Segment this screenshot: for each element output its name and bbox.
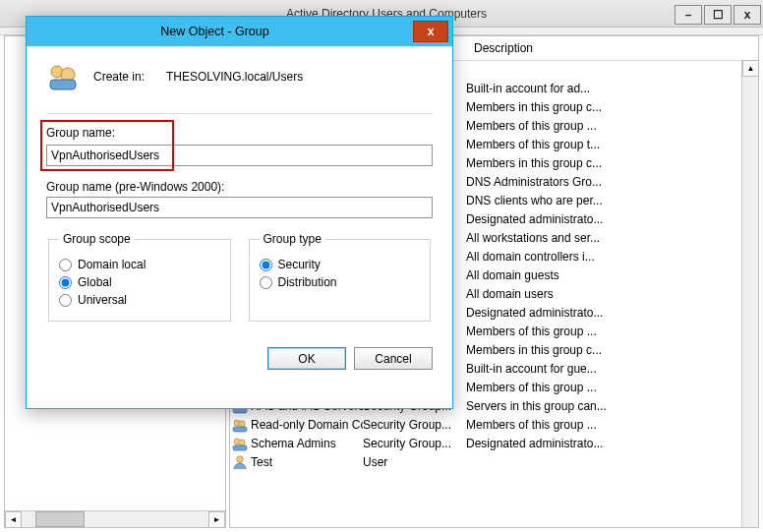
dialog-titlebar[interactable]: New Object - Group x [27,17,452,46]
row-description: Built-in account for ad... [466,82,741,95]
row-name: Test [251,455,363,469]
type-security-radio[interactable] [260,259,272,271]
row-name: Schema Admins [251,437,363,450]
scope-universal-radio[interactable] [59,294,72,307]
row-description: Members in this group c... [466,343,741,357]
row-description: All domain users [466,287,741,301]
row-description: Members in this group c... [466,100,741,114]
close-button[interactable]: x [734,5,761,25]
row-description: Designated administrato... [466,437,741,450]
pre2000-input[interactable] [46,197,433,218]
svg-rect-60 [50,80,76,89]
scope-universal-label: Universal [78,293,127,307]
column-description[interactable]: Description [466,36,758,60]
scroll-right-arrow-icon[interactable]: ► [208,511,225,528]
group-name-input[interactable] [46,145,433,166]
group-icon [232,436,248,451]
scroll-up-arrow-icon[interactable]: ▲ [742,60,759,77]
svg-point-52 [239,420,245,426]
group-icon [46,60,80,93]
user-icon [232,454,248,470]
svg-point-57 [237,455,244,462]
dialog-title: New Object - Group [36,25,413,38]
row-description: Members of this group ... [466,119,741,133]
row-description: Built-in account for gue... [466,362,741,376]
cancel-button[interactable]: Cancel [354,347,433,370]
type-distribution-label: Distribution [278,275,337,289]
scroll-left-arrow-icon[interactable]: ◄ [5,511,22,528]
list-item[interactable]: TestUser [230,452,741,471]
create-in-label: Create in: [93,70,145,84]
scope-domain-local-label: Domain local [78,258,146,271]
group-icon [232,417,248,433]
svg-point-55 [239,439,245,444]
svg-rect-53 [233,427,247,432]
list-item[interactable]: Schema AdminsSecurity Group...Designated… [230,434,741,452]
row-description: Designated administrato... [466,212,741,226]
row-description: Servers in this group can... [466,399,741,413]
scope-global-radio[interactable] [59,276,72,289]
group-scope-legend: Group scope [59,232,135,246]
row-name: Read-only Domain Controllers [251,418,363,432]
maximize-button[interactable]: ☐ [704,5,732,25]
scope-global-label: Global [78,275,112,289]
group-scope-fieldset: Group scope Domain local Global Universa… [48,232,231,322]
row-description: Members in this group c... [466,156,741,170]
dialog-close-button[interactable]: x [413,21,448,42]
svg-rect-56 [233,445,247,450]
vertical-scrollbar[interactable]: ▲ [741,60,758,527]
row-description: Members of this group ... [466,325,741,338]
new-group-dialog: New Object - Group x Create in: THESOLVI… [26,16,453,409]
group-type-legend: Group type [260,232,325,246]
row-description: Members of this group ... [466,381,741,394]
scroll-thumb[interactable] [35,511,85,527]
row-type: Security Group... [363,437,466,450]
row-description: All domain controllers i... [466,250,741,264]
row-description: All domain guests [466,268,741,282]
create-in-path: THESOLVING.local/Users [166,70,303,84]
scope-domain-local-radio[interactable] [59,259,72,271]
type-distribution-radio[interactable] [260,276,272,289]
row-description: DNS Administrators Gro... [466,175,741,189]
group-type-fieldset: Group type Security Distribution [249,232,432,322]
row-type: Security Group... [363,418,466,432]
pre2000-label: Group name (pre-Windows 2000): [46,180,433,194]
row-description: Members of this group ... [466,418,741,432]
row-description: DNS clients who are per... [466,194,741,207]
row-type: User [363,455,466,469]
horizontal-scrollbar[interactable]: ◄ ► [5,510,225,527]
type-security-label: Security [278,258,321,271]
minimize-button[interactable]: – [675,5,702,25]
ok-button[interactable]: OK [267,347,346,370]
list-item[interactable]: Read-only Domain ControllersSecurity Gro… [230,415,741,434]
row-description: All workstations and ser... [466,231,741,245]
row-description: Designated administrato... [466,306,741,320]
row-description: Members of this group t... [466,138,741,151]
group-name-label: Group name: [46,126,433,140]
